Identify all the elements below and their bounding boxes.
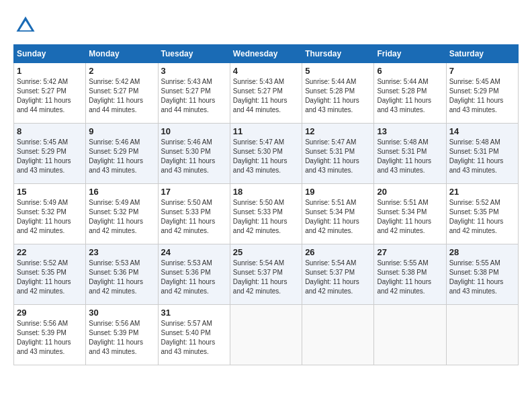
calendar-cell: 27 Sunrise: 5:55 AM Sunset: 5:38 PM Dayl… [374, 244, 446, 305]
logo-icon [13, 13, 38, 38]
week-row-3: 15 Sunrise: 5:49 AM Sunset: 5:32 PM Dayl… [14, 184, 519, 244]
sunset-label: Sunset: 5:27 PM [161, 87, 211, 95]
sunrise-label: Sunrise: 5:51 AM [305, 199, 356, 206]
day-info: Sunrise: 5:45 AM Sunset: 5:29 PM Dayligh… [449, 77, 515, 115]
sunrise-label: Sunrise: 5:49 AM [17, 199, 68, 206]
day-info: Sunrise: 5:55 AM Sunset: 5:38 PM Dayligh… [449, 259, 515, 296]
sunrise-label: Sunrise: 5:54 AM [233, 259, 284, 267]
calendar-cell: 15 Sunrise: 5:49 AM Sunset: 5:32 PM Dayl… [14, 184, 86, 244]
sunset-label: Sunset: 5:34 PM [305, 208, 355, 216]
sunset-label: Sunset: 5:36 PM [161, 269, 211, 276]
calendar-cell: 6 Sunrise: 5:44 AM Sunset: 5:28 PM Dayli… [374, 63, 446, 124]
calendar-cell: 21 Sunrise: 5:52 AM Sunset: 5:35 PM Dayl… [446, 184, 518, 244]
sunrise-label: Sunrise: 5:50 AM [161, 199, 212, 206]
calendar-cell: 16 Sunrise: 5:49 AM Sunset: 5:32 PM Dayl… [86, 184, 158, 244]
calendar-cell [230, 305, 302, 365]
week-row-1: 1 Sunrise: 5:42 AM Sunset: 5:27 PM Dayli… [14, 63, 519, 124]
sunrise-label: Sunrise: 5:50 AM [233, 199, 284, 206]
day-number: 4 [233, 66, 299, 76]
day-info: Sunrise: 5:53 AM Sunset: 5:36 PM Dayligh… [89, 259, 154, 296]
day-number: 11 [233, 126, 299, 136]
calendar-cell: 7 Sunrise: 5:45 AM Sunset: 5:29 PM Dayli… [446, 63, 518, 124]
sunrise-label: Sunrise: 5:42 AM [17, 78, 68, 85]
sunrise-label: Sunrise: 5:52 AM [449, 199, 500, 206]
day-info: Sunrise: 5:57 AM Sunset: 5:40 PM Dayligh… [161, 319, 227, 357]
sunset-label: Sunset: 5:29 PM [449, 87, 499, 95]
daylight-label: Daylight: 11 hours and 42 minutes. [377, 218, 431, 234]
sunrise-label: Sunrise: 5:56 AM [17, 320, 68, 327]
calendar-cell: 12 Sunrise: 5:47 AM Sunset: 5:31 PM Dayl… [302, 124, 374, 184]
calendar-cell: 24 Sunrise: 5:53 AM Sunset: 5:36 PM Dayl… [158, 244, 230, 305]
day-number: 12 [305, 126, 371, 136]
daylight-label: Daylight: 11 hours and 42 minutes. [449, 218, 504, 234]
calendar-table: SundayMondayTuesdayWednesdayThursdayFrid… [13, 44, 519, 365]
day-number: 15 [17, 187, 83, 197]
header-cell-thursday: Thursday [302, 45, 374, 63]
daylight-label: Daylight: 11 hours and 44 minutes. [17, 97, 71, 113]
daylight-label: Daylight: 11 hours and 42 minutes. [305, 278, 359, 295]
day-info: Sunrise: 5:49 AM Sunset: 5:32 PM Dayligh… [89, 198, 154, 236]
sunrise-label: Sunrise: 5:44 AM [305, 78, 356, 85]
sunset-label: Sunset: 5:28 PM [377, 87, 427, 95]
sunset-label: Sunset: 5:32 PM [17, 208, 66, 216]
daylight-label: Daylight: 11 hours and 43 minutes. [449, 278, 504, 295]
day-number: 7 [449, 66, 515, 76]
calendar-cell: 5 Sunrise: 5:44 AM Sunset: 5:28 PM Dayli… [302, 63, 374, 124]
day-number: 26 [305, 247, 371, 257]
header-cell-friday: Friday [374, 45, 446, 63]
day-info: Sunrise: 5:54 AM Sunset: 5:37 PM Dayligh… [233, 259, 299, 296]
calendar-body: 1 Sunrise: 5:42 AM Sunset: 5:27 PM Dayli… [14, 63, 519, 365]
day-number: 23 [89, 247, 154, 257]
day-number: 20 [377, 187, 443, 197]
daylight-label: Daylight: 11 hours and 42 minutes. [89, 278, 143, 295]
sunrise-label: Sunrise: 5:43 AM [233, 78, 284, 85]
day-info: Sunrise: 5:52 AM Sunset: 5:35 PM Dayligh… [449, 198, 515, 236]
calendar-header: SundayMondayTuesdayWednesdayThursdayFrid… [14, 45, 519, 63]
day-info: Sunrise: 5:56 AM Sunset: 5:39 PM Dayligh… [89, 319, 154, 357]
day-info: Sunrise: 5:45 AM Sunset: 5:29 PM Dayligh… [17, 138, 83, 175]
logo [13, 13, 42, 38]
daylight-label: Daylight: 11 hours and 43 minutes. [161, 157, 216, 174]
calendar-cell: 29 Sunrise: 5:56 AM Sunset: 5:39 PM Dayl… [14, 305, 86, 365]
calendar-cell: 25 Sunrise: 5:54 AM Sunset: 5:37 PM Dayl… [230, 244, 302, 305]
day-info: Sunrise: 5:43 AM Sunset: 5:27 PM Dayligh… [161, 77, 227, 115]
day-info: Sunrise: 5:50 AM Sunset: 5:33 PM Dayligh… [161, 198, 227, 236]
day-number: 1 [17, 66, 83, 76]
calendar-cell: 18 Sunrise: 5:50 AM Sunset: 5:33 PM Dayl… [230, 184, 302, 244]
daylight-label: Daylight: 11 hours and 43 minutes. [305, 157, 359, 174]
day-number: 21 [449, 187, 515, 197]
daylight-label: Daylight: 11 hours and 43 minutes. [449, 157, 504, 174]
sunset-label: Sunset: 5:32 PM [89, 208, 138, 216]
day-info: Sunrise: 5:50 AM Sunset: 5:33 PM Dayligh… [233, 198, 299, 236]
daylight-label: Daylight: 11 hours and 42 minutes. [233, 218, 287, 234]
day-number: 18 [233, 187, 299, 197]
calendar-cell: 17 Sunrise: 5:50 AM Sunset: 5:33 PM Dayl… [158, 184, 230, 244]
sunset-label: Sunset: 5:27 PM [89, 87, 138, 95]
header-cell-tuesday: Tuesday [158, 45, 230, 63]
calendar-cell: 13 Sunrise: 5:48 AM Sunset: 5:31 PM Dayl… [374, 124, 446, 184]
day-info: Sunrise: 5:47 AM Sunset: 5:31 PM Dayligh… [305, 138, 371, 175]
daylight-label: Daylight: 11 hours and 42 minutes. [233, 278, 287, 295]
calendar-cell: 31 Sunrise: 5:57 AM Sunset: 5:40 PM Dayl… [158, 305, 230, 365]
daylight-label: Daylight: 11 hours and 43 minutes. [377, 157, 431, 174]
day-number: 24 [161, 247, 227, 257]
day-number: 2 [89, 66, 154, 76]
daylight-label: Daylight: 11 hours and 43 minutes. [305, 97, 359, 113]
day-number: 6 [377, 66, 443, 76]
sunset-label: Sunset: 5:31 PM [449, 148, 499, 155]
sunset-label: Sunset: 5:33 PM [233, 208, 283, 216]
calendar-cell [374, 305, 446, 365]
sunrise-label: Sunrise: 5:53 AM [89, 259, 140, 267]
daylight-label: Daylight: 11 hours and 42 minutes. [17, 278, 71, 295]
calendar-cell: 8 Sunrise: 5:45 AM Sunset: 5:29 PM Dayli… [14, 124, 86, 184]
day-number: 16 [89, 187, 154, 197]
calendar-cell: 26 Sunrise: 5:54 AM Sunset: 5:37 PM Dayl… [302, 244, 374, 305]
day-number: 13 [377, 126, 443, 136]
day-number: 30 [89, 308, 154, 318]
header-cell-sunday: Sunday [14, 45, 86, 63]
day-number: 22 [17, 247, 83, 257]
day-info: Sunrise: 5:42 AM Sunset: 5:27 PM Dayligh… [89, 77, 154, 115]
header-cell-monday: Monday [86, 45, 158, 63]
day-number: 3 [161, 66, 227, 76]
day-number: 17 [161, 187, 227, 197]
